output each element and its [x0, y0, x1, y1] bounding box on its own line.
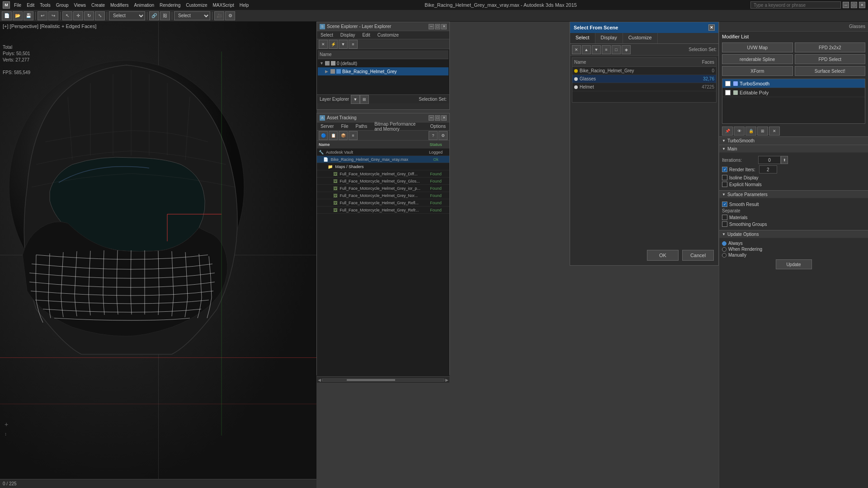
menu-group[interactable]: Group	[54, 2, 71, 9]
scene-explorer-maximize[interactable]: □	[435, 24, 440, 29]
manually-radio[interactable]	[722, 253, 726, 258]
move-btn[interactable]: ✛	[73, 11, 83, 20]
lock-btn[interactable]: 🔒	[745, 127, 756, 136]
pin-btn[interactable]: 📌	[722, 127, 733, 136]
at-menu-file[interactable]: File	[337, 123, 352, 130]
scene-menu-edit[interactable]: Edit	[359, 32, 374, 38]
cancel-button[interactable]: Cancel	[682, 250, 714, 261]
render-iters-input[interactable]	[759, 165, 777, 174]
smoothing-groups-cb[interactable]	[722, 221, 727, 227]
asset-row-map1[interactable]: 🖼 Full_Face_Motorcycle_Helmet_Grey_Diff.…	[317, 170, 449, 178]
turbosm-checkbox[interactable]: ✓	[725, 81, 731, 86]
update-button[interactable]: Update	[776, 259, 812, 269]
at-toolbar-btn3[interactable]: 📦	[339, 131, 348, 140]
scene-layer-default[interactable]: ▼ □ 0 (default)	[318, 59, 448, 67]
search-input[interactable]	[750, 1, 841, 9]
link-btn[interactable]: 🔗	[149, 11, 159, 20]
close-button[interactable]: ✕	[859, 2, 865, 8]
undo-btn[interactable]: ↩	[38, 11, 47, 20]
menu-views[interactable]: Views	[72, 2, 89, 9]
rotate-btn[interactable]: ↻	[84, 11, 94, 20]
asset-scrollbar[interactable]: ◀ ▶	[317, 376, 449, 383]
always-radio[interactable]	[722, 241, 726, 246]
asset-tracking-close[interactable]: ✕	[441, 115, 447, 121]
at-toolbar-btn4[interactable]: ≡	[349, 131, 358, 140]
at-toolbar-btn2[interactable]: 📋	[329, 131, 338, 140]
save-btn[interactable]: 💾	[24, 11, 33, 20]
ss-toolbar-btn3[interactable]: ▼	[592, 45, 601, 54]
ss-toolbar-btn1[interactable]: ✕	[572, 45, 581, 54]
smooth-result-cb[interactable]	[722, 202, 727, 207]
asset-row-map5[interactable]: 🖼 Full_Face_Motorcycle_Helmet_Grey_Refl.…	[317, 199, 449, 206]
scene-explorer-close[interactable]: ✕	[441, 24, 447, 29]
at-toolbar-help[interactable]: ?	[429, 131, 438, 140]
at-menu-options[interactable]: Options	[427, 123, 449, 130]
asset-row-maxfile[interactable]: 📄 Bike_Racing_Helmet_Grey_max_vray.max O…	[317, 156, 449, 163]
minimize-button[interactable]: ─	[843, 2, 849, 8]
ss-toolbar-btn5[interactable]: □	[612, 45, 621, 54]
at-menu-bitmap[interactable]: Bitmap Performance and Memory	[371, 121, 426, 132]
when-rendering-radio[interactable]	[722, 247, 726, 252]
menu-maxscript[interactable]: MAXScript	[210, 2, 236, 9]
delete-btn[interactable]: ✕	[769, 127, 780, 136]
asset-row-map3[interactable]: 🖼 Full_Face_Motorcycle_Helmet_Grey_ior_p…	[317, 185, 449, 192]
render-iters-cb[interactable]	[722, 167, 727, 172]
object-item-glasses[interactable]: Glasses 32,76	[572, 75, 716, 83]
asset-tracking-maximize[interactable]: □	[435, 115, 440, 121]
scene-explorer-minimize[interactable]: ─	[429, 24, 434, 29]
modifier-turbosm[interactable]: ✓ TurboSmooth	[722, 79, 865, 88]
uvw-map-btn[interactable]: UVW Map	[722, 42, 793, 52]
se-toolbar-btn3[interactable]: ▼	[339, 40, 348, 49]
at-toolbar-settings[interactable]: ⚙	[439, 131, 448, 140]
isoline-cb[interactable]	[722, 175, 727, 180]
menu-animation[interactable]: Animation	[132, 2, 156, 9]
materials-cb[interactable]	[722, 215, 727, 220]
viewport[interactable]: + ↕ [+] [Perspective] [Realistic + Edged…	[0, 22, 316, 488]
ok-button[interactable]: OK	[647, 250, 679, 261]
menu-modifiers[interactable]: Modifiers	[108, 2, 131, 9]
select-scene-close[interactable]: ✕	[708, 24, 715, 31]
editpoly-checkbox[interactable]	[725, 90, 731, 95]
asset-tracking-minimize[interactable]: ─	[429, 115, 434, 121]
ss-toolbar-btn2[interactable]: ▲	[582, 45, 591, 54]
unlink-btn[interactable]: ⛓	[160, 11, 170, 20]
snap-dropdown[interactable]: Select	[174, 11, 210, 20]
surface-params-header[interactable]: ▼ Surface Parameters	[719, 190, 868, 198]
explicit-normals-cb[interactable]	[722, 182, 727, 187]
scrollbar-track[interactable]	[322, 379, 444, 381]
object-item-helmet[interactable]: Helmet 47225	[572, 83, 716, 91]
asset-row-map6[interactable]: 🖼 Full_Face_Motorcycle_Helmet_Grey_Refr.…	[317, 206, 449, 214]
scene-menu-customize[interactable]: Customize	[374, 32, 402, 38]
scale-btn[interactable]: ⤡	[95, 11, 105, 20]
redo-btn[interactable]: ↪	[48, 11, 58, 20]
main-section-header[interactable]: ▼ Main	[719, 145, 868, 153]
eye-btn[interactable]: 👁	[734, 127, 745, 136]
renderable-spline-btn[interactable]: renderable Spline	[722, 54, 793, 64]
iterations-spinner[interactable]: ⬆	[781, 156, 788, 164]
tab-display[interactable]: Display	[595, 33, 623, 43]
maximize-button[interactable]: □	[851, 2, 857, 8]
turbosmooth-header[interactable]: ▼ TurboSmooth	[719, 136, 868, 145]
scene-menu-display[interactable]: Display	[337, 32, 359, 38]
menu-help[interactable]: Help	[237, 2, 251, 9]
iterations-input[interactable]	[758, 156, 781, 164]
menu-rendering[interactable]: Rendering	[157, 2, 183, 9]
object-item-helmet-grey[interactable]: Bike_Racing_Helmet_Grey 0	[572, 67, 716, 75]
modifier-editable-poly[interactable]: Editable Poly	[722, 88, 865, 97]
menu-create[interactable]: Create	[89, 2, 107, 9]
scene-menu-select[interactable]: Select	[317, 32, 337, 38]
scene-layer-helmet[interactable]: ▶ Bike_Racing_Helmet_Grey	[318, 67, 448, 75]
se-toolbar-btn4[interactable]: ≡	[349, 40, 358, 49]
xform-btn[interactable]: XForm	[722, 66, 793, 76]
menu-edit[interactable]: Edit	[24, 2, 37, 9]
layer-explorer-btn2[interactable]: ⊞	[360, 95, 369, 104]
tab-select[interactable]: Select	[570, 33, 595, 43]
surface-select-btn[interactable]: Surface Select!	[795, 66, 866, 76]
ss-toolbar-btn6[interactable]: ◈	[622, 45, 631, 54]
at-menu-server[interactable]: Server	[317, 123, 337, 130]
update-options-header[interactable]: ▼ Update Options	[719, 230, 868, 238]
scroll-left-arrow[interactable]: ◀	[318, 378, 321, 382]
render-setup-btn[interactable]: ⚙	[225, 11, 235, 20]
at-toolbar-btn1[interactable]: 🔵	[319, 131, 328, 140]
se-toolbar-btn1[interactable]: ✕	[319, 40, 328, 49]
